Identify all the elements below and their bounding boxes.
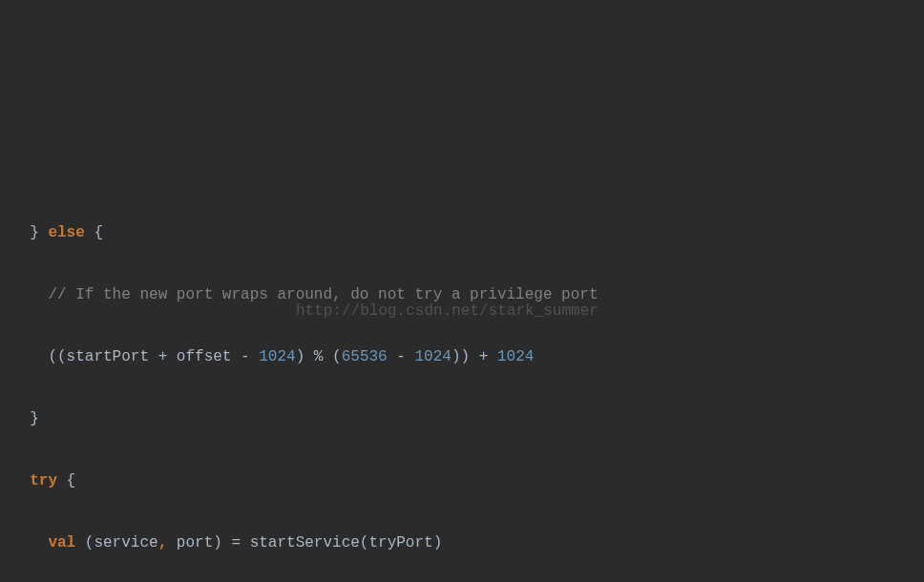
number: 1024 <box>497 348 534 365</box>
comment: // If the new port wraps around, do not … <box>11 286 598 303</box>
expr: ) % ( <box>296 348 342 365</box>
comma: , <box>158 534 177 551</box>
number: 65536 <box>342 348 388 365</box>
keyword-val: val <box>11 534 85 551</box>
code-line: ((startPort + offset - 1024) % (65536 - … <box>11 342 924 373</box>
code-block: } else { // If the new port wraps around… <box>11 186 924 582</box>
expr: ((startPort + offset - <box>11 348 259 365</box>
code-line: } else { <box>11 218 924 249</box>
keyword-else: else <box>39 224 94 241</box>
expr: - <box>388 348 415 365</box>
brace: } <box>11 410 39 427</box>
code-line: val (service, port) = startService(tryPo… <box>11 528 924 559</box>
code-line: try { <box>11 466 924 497</box>
expr: )) + <box>452 348 497 365</box>
brace: } <box>30 224 39 241</box>
ident: port) = startService(tryPort) <box>177 534 442 551</box>
keyword-try: try <box>11 472 67 489</box>
brace: { <box>94 224 103 241</box>
ident: (service <box>85 534 158 551</box>
number: 1024 <box>415 348 452 365</box>
code-line: // If the new port wraps around, do not … <box>11 280 924 311</box>
code-line: } <box>11 404 924 435</box>
brace: { <box>67 472 76 489</box>
number: 1024 <box>259 348 295 365</box>
